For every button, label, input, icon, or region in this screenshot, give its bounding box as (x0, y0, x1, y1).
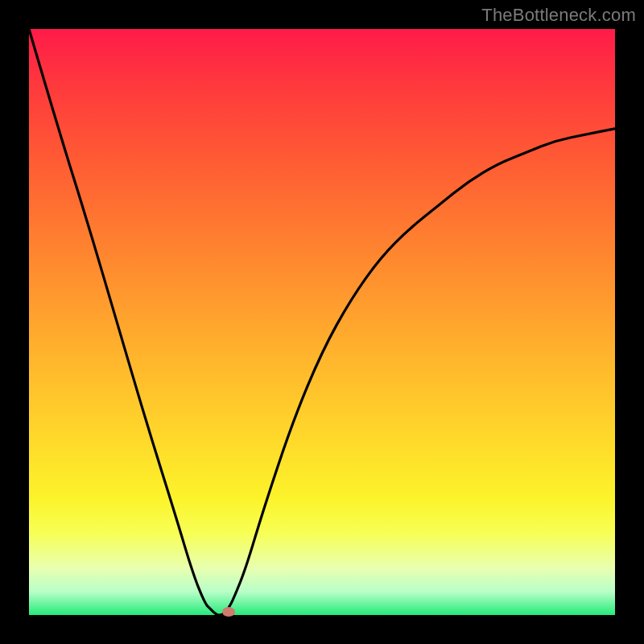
plot-area (29, 29, 615, 615)
bottleneck-curve (29, 29, 615, 615)
watermark-text: TheBottleneck.com (481, 5, 636, 26)
chart-frame: TheBottleneck.com (0, 0, 644, 644)
minimum-marker (222, 607, 235, 617)
